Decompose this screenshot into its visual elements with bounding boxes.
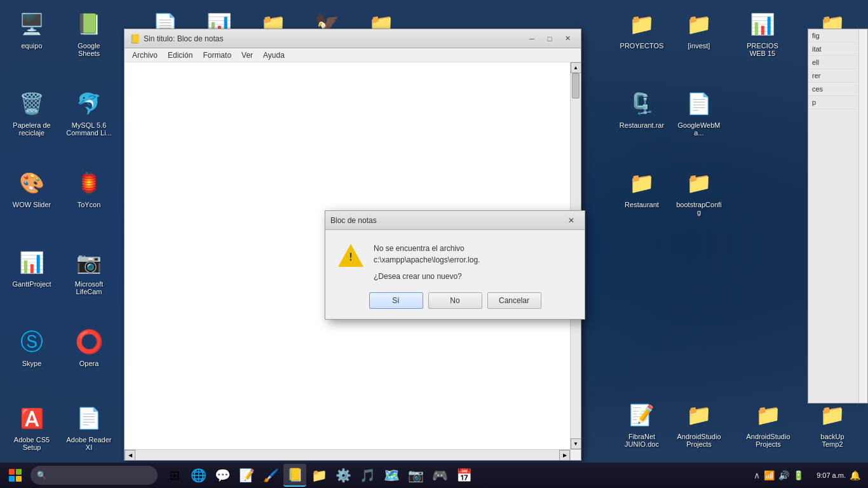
desktop-icon-restaurant-rar[interactable]: 🗜️ Restaurant.rar [616, 86, 667, 132]
desktop-icon-precios[interactable]: 📊 PRECIOS WEB 15 [737, 6, 788, 60]
tray-chevron-icon[interactable]: ∧ [754, 470, 760, 480]
mysql-icon: 🐬 [74, 88, 104, 119]
restaurant-rar-icon: 🗜️ [627, 88, 657, 119]
papelera-label: Papelera de reciclaje [9, 121, 55, 137]
desktop-icon-papelera[interactable]: 🗑️ Papelera de reciclaje [6, 86, 57, 139]
desktop-icon-adobe-reader[interactable]: 📄 Adobe Reader XI [64, 400, 114, 454]
windows-logo-icon [9, 469, 22, 482]
opera-icon: ⭕ [74, 327, 104, 357]
gantt-icon: 📊 [17, 247, 47, 278]
desktop-icon-google-sheets[interactable]: 📗 Google Sheets [64, 6, 114, 60]
desktop-icon-fibranet[interactable]: 📝 FibraNet JUNIO.doc [616, 397, 667, 451]
tray-volume-icon[interactable]: 🔊 [778, 470, 789, 480]
dialog-yes-button[interactable]: Sí [369, 292, 423, 309]
taskbar-camera[interactable]: 📷 [404, 464, 427, 487]
dialog-close-button[interactable]: ✕ [563, 214, 580, 227]
desktop-icon-bootstrap[interactable]: 📁 bootstrapConfig [674, 165, 724, 219]
androidstudio-icon: 📁 [684, 400, 714, 430]
side-window-scrollbar[interactable] [858, 29, 867, 403]
taskbar-clock[interactable]: 9:07 a.m. [808, 471, 846, 479]
mysql-label: MySQL 5.6 Command Li... [66, 121, 112, 137]
taskbar-folder[interactable]: 📁 [308, 464, 330, 487]
taskbar-paint[interactable]: 🖌️ [259, 464, 282, 487]
desktop-icon-skype[interactable]: Ⓢ Skype [6, 324, 57, 370]
precios-label: PRECIOS WEB 15 [740, 42, 785, 57]
taskbar-tray: ∧ 📶 🔊 🔋 9:07 a.m. 🔔 [754, 470, 865, 480]
desktop-icon-invest[interactable]: 📁 [invest] [674, 6, 724, 52]
adobe-cs5-icon: 🅰️ [17, 403, 47, 433]
dialog-content: ! No se encuentra el archivo c:\xampp\ap… [325, 230, 585, 292]
equipo-icon: 🖥️ [17, 9, 47, 39]
proyectos-label: PROYECTOS [619, 42, 665, 50]
desktop-icon-googleweb[interactable]: 📄 GoogleWebMa... [674, 86, 724, 139]
taskbar-notepad[interactable]: 📒 [283, 464, 306, 487]
dialog-title-text: Bloc de notas [330, 216, 563, 225]
desktop-icon-lifecam[interactable]: 📷 Microsoft LifeCam [64, 245, 114, 298]
taskbar-task-view[interactable]: ⊞ [163, 464, 186, 487]
start-button[interactable] [3, 464, 28, 487]
lifecam-icon: 📷 [74, 247, 104, 278]
dialog-text-area: No se encuentra el archivo c:\xampp\apac… [374, 243, 572, 282]
dialog-cancel-button[interactable]: Cancelar [487, 292, 541, 309]
dialog-message-line1: No se encuentra el archivo c:\xampp\apac… [374, 243, 572, 266]
skype-label: Skype [9, 360, 55, 367]
toycon-icon: 🏮 [74, 168, 104, 198]
taskbar-maps[interactable]: 🗺️ [380, 464, 403, 487]
googleweb-label: GoogleWebMa... [676, 121, 722, 137]
desktop-icon-proyectos[interactable]: 📁 PROYECTOS [616, 6, 667, 52]
dialog-warning-icon: ! [338, 243, 363, 268]
invest-label: [invest] [676, 42, 722, 50]
precios-icon: 📊 [747, 9, 778, 39]
info-label: AndroidStudio Projects [745, 433, 791, 448]
backup-temp2-label: backUp Temp2 [810, 433, 855, 448]
dialog-message-line2: ¿Desea crear uno nuevo? [374, 271, 572, 282]
equipo-label: equipo [9, 42, 55, 50]
dialog-titlebar[interactable]: Bloc de notas ✕ [325, 211, 585, 230]
taskbar-app-items: ⊞ 🌐 💬 📝 🖌️ 📒 📁 ⚙️ 🎵 🗺️ 📷 🎮 📅 [163, 464, 475, 487]
fibranet-label: FibraNet JUNIO.doc [619, 433, 665, 448]
desktop-icon-toycon[interactable]: 🏮 ToYcon [64, 165, 114, 211]
warning-exclamation: ! [338, 252, 363, 263]
desktop-icon-info[interactable]: 📁 AndroidStudio Projects [743, 397, 794, 451]
lifecam-label: Microsoft LifeCam [66, 280, 112, 295]
restaurant2-label: Restaurant [619, 201, 665, 208]
taskbar: 🔍 ⊞ 🌐 💬 📝 🖌️ 📒 📁 ⚙️ 🎵 🗺️ 📷 🎮 📅 ∧ 📶 🔊 🔋 9… [0, 463, 868, 488]
wow-slider-icon: 🎨 [17, 168, 47, 198]
skype-icon: Ⓢ [17, 327, 47, 357]
gantt-label: GanttProject [9, 280, 55, 288]
desktop-icon-backup-temp2[interactable]: 📁 backUp Temp2 [807, 397, 858, 451]
desktop-icon-androidstudio[interactable]: 📁 AndroidStudio Projects [674, 397, 724, 451]
taskbar-edge[interactable]: 🌐 [187, 464, 210, 487]
tray-network-icon[interactable]: 📶 [764, 470, 775, 480]
taskbar-settings[interactable]: ⚙️ [332, 464, 355, 487]
dialog-no-button[interactable]: No [428, 292, 482, 309]
taskbar-xbox[interactable]: 🎮 [428, 464, 451, 487]
tray-notification-icon[interactable]: 🔔 [850, 470, 860, 480]
desktop-icon-equipo[interactable]: 🖥️ equipo [6, 6, 57, 52]
taskbar-search-box[interactable]: 🔍 [31, 466, 158, 485]
adobe-cs5-label: Adobe CS5 Setup [9, 436, 55, 451]
dialog-buttons-area: Sí No Cancelar [325, 292, 585, 319]
taskbar-music[interactable]: 🎵 [356, 464, 379, 487]
desktop-icon-wow-slider[interactable]: 🎨 WOW Slider [6, 165, 57, 211]
taskbar-word[interactable]: 📝 [235, 464, 258, 487]
desktop-icon-restaurant2[interactable]: 📁 Restaurant [616, 165, 667, 211]
desktop-icon-opera[interactable]: ⭕ Opera [64, 324, 114, 370]
desktop-icon-gantt[interactable]: 📊 GanttProject [6, 245, 57, 290]
papelera-icon: 🗑️ [17, 88, 47, 119]
adobe-reader-icon: 📄 [74, 403, 104, 433]
restaurant2-icon: 📁 [627, 168, 657, 198]
info-icon: 📁 [753, 400, 783, 430]
adobe-reader-label: Adobe Reader XI [66, 436, 112, 451]
fibranet-icon: 📝 [627, 400, 657, 430]
windows-logo-sq3 [9, 476, 15, 482]
desktop-icon-mysql[interactable]: 🐬 MySQL 5.6 Command Li... [64, 86, 114, 139]
restaurant-rar-label: Restaurant.rar [619, 121, 665, 129]
tray-battery-icon[interactable]: 🔋 [793, 470, 804, 480]
googleweb-icon: 📄 [684, 88, 714, 119]
google-sheets-label: Google Sheets [66, 42, 112, 57]
taskbar-skype-app[interactable]: 💬 [211, 464, 234, 487]
taskbar-calendar[interactable]: 📅 [452, 464, 475, 487]
desktop-icon-adobe-cs5[interactable]: 🅰️ Adobe CS5 Setup [6, 400, 57, 454]
side-window: fig itat ell rer ces p [808, 29, 868, 403]
